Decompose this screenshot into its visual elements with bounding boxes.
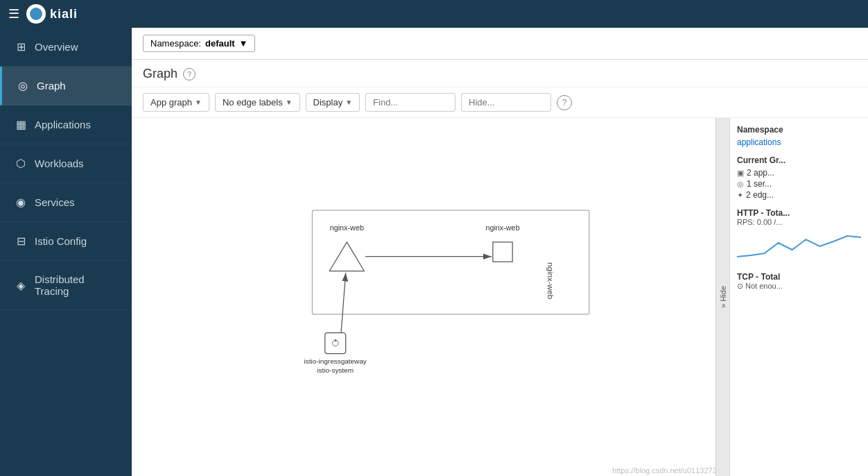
no-edge-labels-button[interactable]: No edge labels ▼ bbox=[215, 93, 300, 112]
nginx-web-svc-node bbox=[493, 242, 512, 262]
graph-header: Graph ? bbox=[132, 60, 868, 87]
sidebar-item-distributed-tracing[interactable]: ◈ Distributed Tracing bbox=[0, 261, 132, 310]
applications-icon: ▦ bbox=[14, 118, 28, 131]
sidebar-item-label: Overview bbox=[35, 41, 78, 53]
sidebar-item-applications[interactable]: ▦ Applications bbox=[0, 105, 132, 144]
page-title: Graph bbox=[143, 67, 177, 81]
graph-svg: nginx-web nginx-web nginx-web bbox=[132, 118, 729, 476]
services-icon: ◉ bbox=[14, 196, 28, 209]
http-sub: RPS: 0.00 /... bbox=[737, 218, 861, 226]
namespace-bar: Namespace: default ▼ bbox=[132, 28, 868, 60]
menu-icon[interactable]: ☰ bbox=[8, 6, 19, 22]
sidebar-item-istio-config[interactable]: ⊟ Istio Config bbox=[0, 222, 132, 261]
stat-apps: ▣ 2 app... bbox=[737, 168, 861, 178]
watermark: https://blog.csdn.net/u011327301 bbox=[612, 466, 725, 475]
http-chart bbox=[737, 229, 861, 264]
sidebar: ⊞ Overview ◎ Graph ▦ Applications ⬡ Work… bbox=[0, 28, 132, 476]
stat-edges-text: 2 edg... bbox=[746, 190, 774, 200]
namespace-label: Namespace: bbox=[150, 38, 201, 49]
app-graph-button[interactable]: App graph ▼ bbox=[143, 93, 209, 112]
hide-label: » Hide bbox=[719, 286, 727, 308]
display-caret: ▼ bbox=[345, 99, 352, 106]
nginx-web-app-label: nginx-web bbox=[330, 223, 364, 232]
sidebar-item-label: Distributed Tracing bbox=[35, 273, 118, 297]
sidebar-item-workloads[interactable]: ⬡ Workloads bbox=[0, 144, 132, 183]
graph-help-icon[interactable]: ? bbox=[183, 68, 196, 80]
topbar: ☰ kiali bbox=[0, 0, 868, 28]
edges-icon: ✦ bbox=[737, 191, 743, 200]
tcp-section: TCP - Total ⊙ Not enou... bbox=[737, 272, 861, 291]
http-title: HTTP - Tota... bbox=[737, 208, 861, 218]
graph-icon: ◎ bbox=[16, 79, 30, 92]
toolbar: App graph ▼ No edge labels ▼ Display ▼ ? bbox=[132, 87, 868, 118]
tcp-title: TCP - Total bbox=[737, 272, 861, 282]
side-panel: Namespace applications Current Gr... ▣ 2… bbox=[729, 118, 868, 476]
hide-input[interactable] bbox=[461, 93, 551, 112]
sidebar-item-label: Workloads bbox=[35, 158, 84, 169]
display-label: Display bbox=[313, 97, 343, 108]
tcp-sub: ⊙ Not enou... bbox=[737, 282, 861, 291]
current-graph-section: Current Gr... ▣ 2 app... ◎ 1 ser... ✦ 2 … bbox=[737, 155, 861, 200]
main-content: Namespace: default ▼ Graph ? App graph ▼… bbox=[132, 28, 868, 476]
http-section: HTTP - Tota... RPS: 0.00 /... bbox=[737, 208, 861, 264]
services-stat-icon: ◎ bbox=[737, 180, 744, 189]
istio-gateway-label2: istio-system bbox=[317, 366, 354, 374]
nginx-web-svc-label: nginx-web bbox=[485, 223, 519, 232]
current-graph-title: Current Gr... bbox=[737, 155, 861, 165]
layout: ⊞ Overview ◎ Graph ▦ Applications ⬡ Work… bbox=[0, 28, 868, 476]
find-input[interactable] bbox=[365, 93, 455, 112]
app-graph-label: App graph bbox=[150, 97, 192, 108]
app-graph-caret: ▼ bbox=[195, 99, 202, 106]
istio-config-icon: ⊟ bbox=[14, 235, 28, 248]
nginx-web-app-node bbox=[329, 242, 364, 271]
sidebar-item-graph[interactable]: ◎ Graph bbox=[0, 67, 132, 105]
hide-panel-tab[interactable]: » Hide bbox=[715, 118, 729, 476]
box-side-label: nginx-web bbox=[546, 262, 555, 299]
kiali-logo: kiali bbox=[26, 4, 78, 24]
distributed-tracing-icon: ◈ bbox=[14, 279, 28, 292]
display-button[interactable]: Display ▼ bbox=[306, 93, 361, 112]
kiali-logo-circle bbox=[26, 4, 46, 24]
sidebar-item-label: Applications bbox=[35, 119, 91, 130]
edge-gateway-to-app bbox=[341, 273, 346, 333]
namespace-select[interactable]: Namespace: default ▼ bbox=[143, 35, 255, 52]
apps-icon: ▣ bbox=[737, 169, 744, 178]
sidebar-item-services[interactable]: ◉ Services bbox=[0, 183, 132, 222]
no-edge-labels-caret: ▼ bbox=[286, 99, 293, 106]
no-edge-labels-label: No edge labels bbox=[223, 97, 283, 108]
toolbar-help-icon[interactable]: ? bbox=[557, 95, 572, 110]
graph-canvas[interactable]: nginx-web nginx-web nginx-web bbox=[132, 118, 729, 476]
sidebar-item-label: Services bbox=[35, 196, 75, 208]
svg-text:✦: ✦ bbox=[333, 337, 338, 343]
namespace-value: default bbox=[205, 38, 235, 49]
kiali-logo-text: kiali bbox=[50, 7, 78, 22]
stat-services: ◎ 1 ser... bbox=[737, 179, 861, 189]
workloads-icon: ⬡ bbox=[14, 157, 28, 170]
sidebar-item-overview[interactable]: ⊞ Overview bbox=[0, 28, 132, 67]
overview-icon: ⊞ bbox=[14, 40, 28, 53]
sidebar-item-label: Istio Config bbox=[35, 235, 87, 247]
graph-area: Graph ? App graph ▼ No edge labels ▼ Dis… bbox=[132, 60, 868, 476]
stat-edges: ✦ 2 edg... bbox=[737, 190, 861, 200]
stat-services-text: 1 ser... bbox=[747, 179, 772, 189]
namespace-panel-link[interactable]: applications bbox=[737, 137, 861, 147]
stat-apps-text: 2 app... bbox=[747, 168, 774, 178]
graph-canvas-wrapper: nginx-web nginx-web nginx-web bbox=[132, 118, 868, 476]
http-chart-svg bbox=[737, 229, 861, 264]
sidebar-item-label: Graph bbox=[37, 80, 66, 92]
namespace-panel-title: Namespace bbox=[737, 125, 861, 135]
istio-gateway-label1: istio-ingressgateway bbox=[304, 357, 367, 365]
kiali-logo-inner bbox=[30, 8, 42, 20]
namespace-caret: ▼ bbox=[239, 38, 248, 49]
